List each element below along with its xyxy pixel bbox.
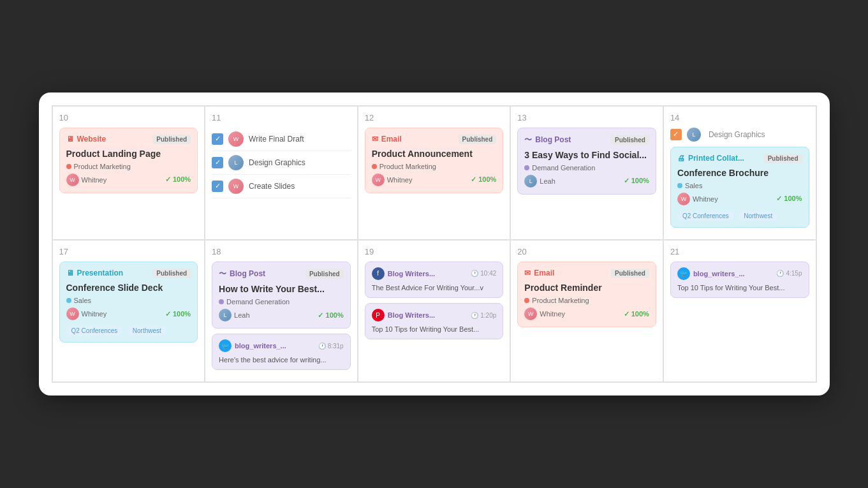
tag-dot xyxy=(66,164,71,169)
design-task-check[interactable]: ✓ xyxy=(670,129,682,140)
day-cell-17: 17 🖥 Presentation Published Conference S… xyxy=(52,240,205,382)
task-avatar-2: L xyxy=(228,155,244,170)
pinterest-icon: P xyxy=(372,309,385,322)
tag-dot xyxy=(524,165,529,170)
blog-icon: 〜 xyxy=(524,135,532,145)
task-avatar-1: W xyxy=(228,131,244,147)
social-card-twitter-blog[interactable]: 🐦 blog_writers_... 🕐 8:31p Here's the be… xyxy=(212,334,351,370)
tag-dot xyxy=(677,183,682,188)
clock-icon: 🕐 xyxy=(471,270,478,277)
day-cell-11: 11 ✓ W Write Final Draft ✓ L Design Grap… xyxy=(205,106,358,240)
card-presentation-slide-deck[interactable]: 🖥 Presentation Published Conference Slid… xyxy=(59,262,198,343)
avatar-leah: L xyxy=(219,309,232,322)
card-email-product-reminder[interactable]: ✉ Email Published Product Reminder Produ… xyxy=(517,262,656,327)
pill-northwest: Northwest xyxy=(128,326,166,336)
task-checkbox-1[interactable]: ✓ xyxy=(212,133,223,145)
task-item-3[interactable]: ✓ W Create Slides xyxy=(212,175,351,198)
blog-icon-2: 〜 xyxy=(219,269,226,279)
day-number-13: 13 xyxy=(517,113,656,122)
email-icon: ✉ xyxy=(372,135,378,144)
task-item-2[interactable]: ✓ L Design Graphics xyxy=(212,151,351,175)
tag-dot xyxy=(66,298,71,303)
card-blog-easy-ways[interactable]: 〜 Blog Post Published 3 Easy Ways to Fin… xyxy=(517,128,656,195)
avatar-leah: L xyxy=(524,175,537,188)
task-checkbox-3[interactable]: ✓ xyxy=(212,181,223,192)
card-website-product-landing[interactable]: 🖥 Website Published Product Landing Page… xyxy=(59,128,198,193)
social-card-twitter-21[interactable]: 🐦 blog_writers_... 🕐 4:15p Top 10 Tips f… xyxy=(670,262,809,298)
card-printed-conference-brochure[interactable]: 🖨 Printed Collat... Published Conference… xyxy=(670,147,809,228)
avatar-whitney: W xyxy=(66,307,79,320)
day-cell-21: 21 🐦 blog_writers_... 🕐 4:15p Top 10 Tip… xyxy=(663,240,816,382)
facebook-icon: f xyxy=(372,267,385,280)
calendar-grid: 10 🖥 Website Published Product Landing P… xyxy=(52,105,817,383)
card-email-product-announcement[interactable]: ✉ Email Published Product Announcement P… xyxy=(365,128,504,193)
twitter-icon: 🐦 xyxy=(219,339,232,352)
day-cell-12: 12 ✉ Email Published Product Announcemen… xyxy=(358,106,511,240)
day-cell-20: 20 ✉ Email Published Product Reminder Pr… xyxy=(510,240,663,382)
day-number-19: 19 xyxy=(365,247,504,256)
avatar-whitney: W xyxy=(66,174,79,186)
day-number-17: 17 xyxy=(59,247,198,256)
twitter-icon-21: 🐦 xyxy=(677,267,690,280)
day-number-10: 10 xyxy=(59,113,198,122)
email-icon-2: ✉ xyxy=(524,269,531,277)
card-blog-how-to-write[interactable]: 〜 Blog Post Published How to Write Your … xyxy=(212,262,351,329)
tag-dot xyxy=(372,164,377,169)
presentation-icon: 🖥 xyxy=(66,269,74,277)
tag-dot xyxy=(219,299,224,304)
day-cell-10: 10 🖥 Website Published Product Landing P… xyxy=(52,106,205,240)
avatar-leah-small: L xyxy=(687,128,701,142)
day-number-14: 14 xyxy=(670,113,809,122)
avatar-whitney: W xyxy=(372,174,385,186)
printed-icon: 🖨 xyxy=(677,154,685,163)
pill-northwest: Northwest xyxy=(739,211,777,221)
calendar-wrapper: 10 🖥 Website Published Product Landing P… xyxy=(39,92,830,396)
clock-icon-2: 🕐 xyxy=(471,312,478,319)
day-cell-14: 14 ✓ L Design Graphics 🖨 Printed Collat.… xyxy=(663,106,816,240)
day-cell-18: 18 〜 Blog Post Published How to Write Yo… xyxy=(205,240,358,382)
task-item-1[interactable]: ✓ W Write Final Draft xyxy=(212,128,351,151)
day-number-20: 20 xyxy=(517,247,656,256)
social-card-facebook[interactable]: f Blog Writers... 🕐 10:42 The Best Advic… xyxy=(365,262,504,298)
task-avatar-3: W xyxy=(228,179,244,194)
clock-icon-3: 🕐 xyxy=(776,270,784,277)
avatar-whitney: W xyxy=(524,307,537,320)
pill-q2-conferences: Q2 Conferences xyxy=(66,326,123,336)
day-number-18: 18 xyxy=(212,247,351,256)
website-icon: 🖥 xyxy=(66,135,74,144)
pill-q2-conferences: Q2 Conferences xyxy=(677,211,734,221)
social-card-pinterest[interactable]: P Blog Writers... 🕐 1:20p Top 10 Tips fo… xyxy=(365,303,504,339)
tag-dot xyxy=(524,298,529,303)
day-number-11: 11 xyxy=(212,113,351,122)
avatar-whitney: W xyxy=(677,193,690,205)
day-number-12: 12 xyxy=(365,113,504,122)
task-checkbox-2[interactable]: ✓ xyxy=(212,157,223,168)
clock-icon: 🕐 xyxy=(318,343,326,350)
day-number-21: 21 xyxy=(670,247,809,256)
day-cell-13: 13 〜 Blog Post Published 3 Easy Ways to … xyxy=(510,106,663,240)
day-cell-19: 19 f Blog Writers... 🕐 10:42 The Best Ad… xyxy=(358,240,511,382)
